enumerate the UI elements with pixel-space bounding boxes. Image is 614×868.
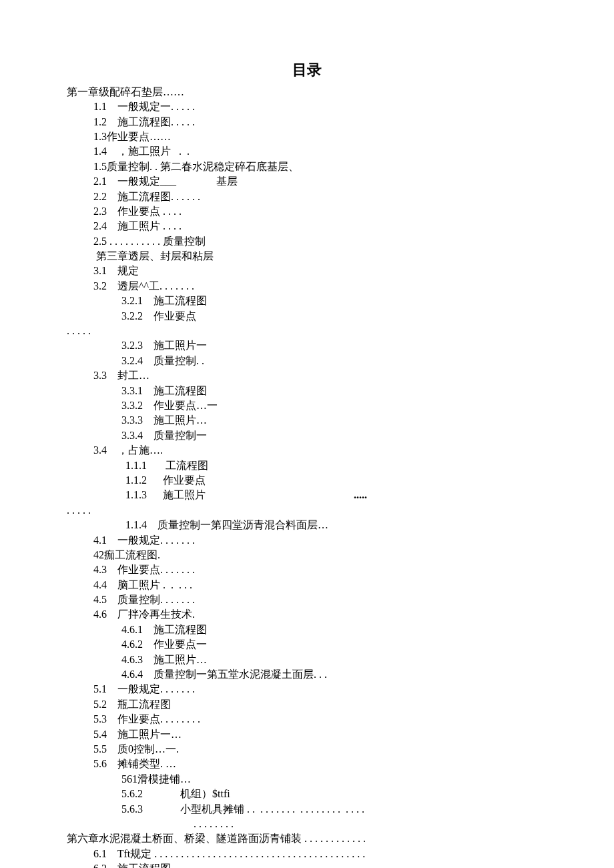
toc-line: 4.6.4 质量控制一第五堂水泥混凝土面层. . . bbox=[67, 667, 547, 682]
toc-line: 5.4 施工照片一… bbox=[67, 727, 547, 742]
toc-line: 第六章水泥混凝土桥面、桥梁、隧道路面沥青铺装 . . . . . . . . .… bbox=[67, 831, 547, 846]
toc-line: . . . . . bbox=[67, 503, 547, 518]
toc-line: 3.2.3 施工照片一 bbox=[67, 338, 547, 353]
toc-line: 3.3.1 施工流程图 bbox=[67, 384, 547, 398]
toc-line: 3.2.4 质量控制. . bbox=[67, 354, 547, 368]
toc-line: 1.4 ，施工照片 . . bbox=[67, 144, 547, 159]
toc-line: 4.6 厂拌冷再生技术. bbox=[67, 607, 547, 622]
toc-line: 1.1.4 质量控制一第四堂沥青混合料面层… bbox=[67, 518, 547, 532]
toc-line: 1.1.2 作业要点 bbox=[67, 473, 547, 488]
toc-line: 1.1.1 工流程图 bbox=[67, 458, 547, 473]
toc-line: 1.2 施工流程图. . . . . bbox=[67, 115, 547, 129]
toc-line: 4.3 作业要点. . . . . . . bbox=[67, 562, 547, 577]
toc-line: 3.1 规定 bbox=[67, 264, 547, 278]
toc-line: 2.4 施工照片 . . . . bbox=[67, 219, 547, 234]
toc-line: 5.2 瓶工流程图 bbox=[67, 697, 547, 712]
toc-line: 第一章级配碎石垫层…… bbox=[67, 85, 547, 99]
toc-line: 6.1 Tft规定 . . . . . . . . . . . . . . . … bbox=[67, 847, 547, 861]
toc-line: 5.6.3 小型机具摊铺 . . . . . . . . . . . . . .… bbox=[67, 802, 547, 817]
toc-line: 4.4 脑工照片 . . . . . bbox=[67, 578, 547, 592]
toc-line: 2.2 施工流程图. . . . . . bbox=[67, 189, 547, 204]
toc-line: 3.2.2 作业要点 bbox=[67, 309, 547, 324]
toc-line: 561滑模捷铺… bbox=[67, 772, 547, 787]
toc-line: 2.1 一般规定___ 基层 bbox=[67, 174, 547, 189]
toc-line: 3.2.1 施工流程图 bbox=[67, 294, 547, 308]
toc-line: 3.3 封工… bbox=[67, 368, 547, 383]
toc-line: 3.2 透层^^工. . . . . . . bbox=[67, 279, 547, 294]
toc-line: 1.1 一般规定一. . . . . bbox=[67, 99, 547, 114]
toc-line: . . . . . bbox=[67, 324, 547, 338]
toc-line: 4.5 质量控制. . . . . . . bbox=[67, 592, 547, 607]
toc-line: 3.3.3 施工照片… bbox=[67, 413, 547, 428]
toc-line: 1.5质量控制. . 第二春水泥稳定碎石底基层、 bbox=[67, 159, 547, 174]
toc-line: 4.6.3 施工照片… bbox=[67, 653, 547, 667]
leader-dots: ..... bbox=[354, 488, 367, 502]
toc-line: 1.1.3 施工照片..... bbox=[67, 488, 547, 502]
toc-line: 6.2 施工流程图 . . . . . . . . . . . . . . . … bbox=[67, 861, 547, 868]
toc-line: 5.5 质0控制…一. bbox=[67, 742, 547, 757]
toc-line: 42痂工流程图. bbox=[67, 548, 547, 562]
toc-line: 2.5 . . . . . . . . . . 质量控制 bbox=[67, 234, 547, 249]
toc-line: . . . . . . . . bbox=[67, 817, 547, 831]
toc-line: 5.1 一般规定. . . . . . . bbox=[67, 682, 547, 697]
toc-line: 2.3 作业要点 . . . . bbox=[67, 204, 547, 219]
toc-line: 5.3 作业要点. . . . . . . . bbox=[67, 712, 547, 727]
toc-title: 目录 bbox=[67, 60, 547, 81]
document-page: 目录 第一章级配碎石垫层……1.1 一般规定一. . . . .1.2 施工流程… bbox=[0, 0, 614, 868]
table-of-contents: 第一章级配碎石垫层……1.1 一般规定一. . . . .1.2 施工流程图. … bbox=[67, 85, 547, 868]
toc-line: 5.6.2 机组）$ttfi bbox=[67, 787, 547, 801]
toc-line: 3.3.2 作业要点…一 bbox=[67, 398, 547, 413]
toc-line: 1.3作业要点…… bbox=[67, 129, 547, 144]
toc-line: 4.6.2 作业要点一 bbox=[67, 637, 547, 652]
toc-line: 4.1 一般规定. . . . . . . bbox=[67, 533, 547, 548]
toc-line: 3.3.4 质量控制一 bbox=[67, 428, 547, 443]
toc-line: 3.4 ，占施…. bbox=[67, 443, 547, 458]
toc-line: 5.6 摊铺类型. … bbox=[67, 757, 547, 771]
toc-line: 第三章透层、封层和粘层 bbox=[67, 249, 547, 264]
toc-line: 4.6.1 施工流程图 bbox=[67, 622, 547, 637]
